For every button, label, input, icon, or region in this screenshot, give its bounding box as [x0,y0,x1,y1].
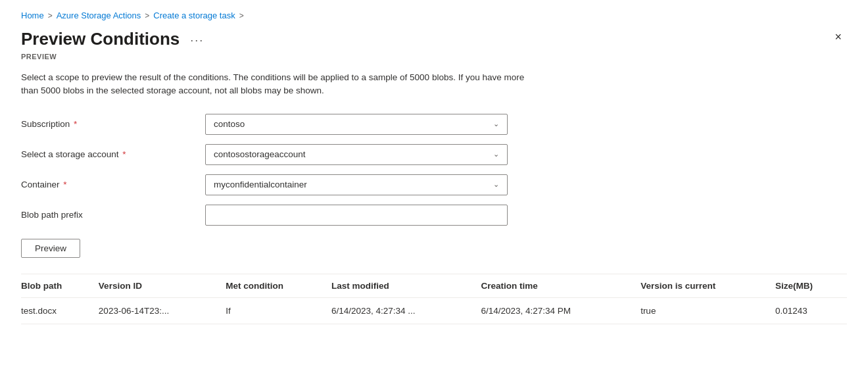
breadcrumb-create-storage-task[interactable]: Create a storage task [153,11,235,20]
cell-version_id: 2023-06-14T23:... [99,297,226,324]
subscription-value: contoso [214,119,245,129]
breadcrumb-sep-1: > [48,11,53,20]
storage-account-label: Select a storage account * [21,149,205,159]
storage-account-row: Select a storage account * contosostorag… [21,144,847,165]
page-description: Select a scope to preview the result of … [21,71,534,98]
blob-path-prefix-input[interactable] [205,205,508,226]
form-section: Subscription * contoso ⌄ Select a storag… [21,114,847,226]
page-title: Preview Conditions [21,29,180,49]
results-table: Blob path Version ID Met condition Last … [21,274,847,324]
preview-button[interactable]: Preview [21,239,80,258]
cell-version_is_current: true [640,297,775,324]
table-body: test.docx2023-06-14T23:...If6/14/2023, 4… [21,297,847,324]
breadcrumb-home[interactable]: Home [21,11,44,20]
table-header: Blob path Version ID Met condition Last … [21,274,847,298]
col-creation-time: Creation time [481,274,641,298]
table-header-row: Blob path Version ID Met condition Last … [21,274,847,298]
col-blob-path: Blob path [21,274,99,298]
container-value: myconfidentialcontainer [214,180,307,189]
storage-account-value: contosostorageaccount [214,149,306,159]
container-required: * [61,180,67,189]
breadcrumb: Home > Azure Storage Actions > Create a … [21,11,847,20]
container-chevron-icon: ⌄ [493,180,499,189]
container-select[interactable]: myconfidentialcontainer ⌄ [205,174,508,195]
breadcrumb-sep-3: > [239,11,244,20]
subscription-label: Subscription * [21,119,205,129]
blob-path-prefix-label: Blob path prefix [21,210,205,220]
page-header: Preview Conditions ··· × [21,28,847,50]
subscription-chevron-icon: ⌄ [493,120,499,128]
close-button[interactable]: × [829,28,847,45]
storage-account-control-wrap: contosostorageaccount ⌄ [205,144,508,165]
cell-last_modified: 6/14/2023, 4:27:34 ... [331,297,481,324]
cell-met_condition: If [226,297,331,324]
col-size-mb: Size(MB) [775,274,847,298]
col-met-condition: Met condition [226,274,331,298]
container-control-wrap: myconfidentialcontainer ⌄ [205,174,508,195]
page-header-left: Preview Conditions ··· [21,28,208,50]
cell-creation_time: 6/14/2023, 4:27:34 PM [481,297,641,324]
table-row: test.docx2023-06-14T23:...If6/14/2023, 4… [21,297,847,324]
container-label: Container * [21,180,205,189]
storage-account-chevron-icon: ⌄ [493,150,499,159]
cell-size_mb: 0.01243 [775,297,847,324]
more-options-button[interactable]: ··· [186,31,208,50]
subscription-row: Subscription * contoso ⌄ [21,114,847,135]
storage-account-select[interactable]: contosostorageaccount ⌄ [205,144,508,165]
blob-path-prefix-row: Blob path prefix [21,205,847,226]
col-version-is-current: Version is current [640,274,775,298]
container-row: Container * myconfidentialcontainer ⌄ [21,174,847,195]
subscription-control-wrap: contoso ⌄ [205,114,508,135]
cell-blob_path: test.docx [21,297,99,324]
table-section: Blob path Version ID Met condition Last … [21,274,847,324]
storage-account-required: * [120,149,126,159]
blob-path-prefix-control-wrap [205,205,508,226]
preview-badge: PREVIEW [21,53,847,61]
col-last-modified: Last modified [331,274,481,298]
subscription-required: * [71,119,77,129]
breadcrumb-sep-2: > [145,11,149,20]
breadcrumb-azure-storage-actions[interactable]: Azure Storage Actions [57,11,141,20]
col-version-id: Version ID [99,274,226,298]
subscription-select[interactable]: contoso ⌄ [205,114,508,135]
